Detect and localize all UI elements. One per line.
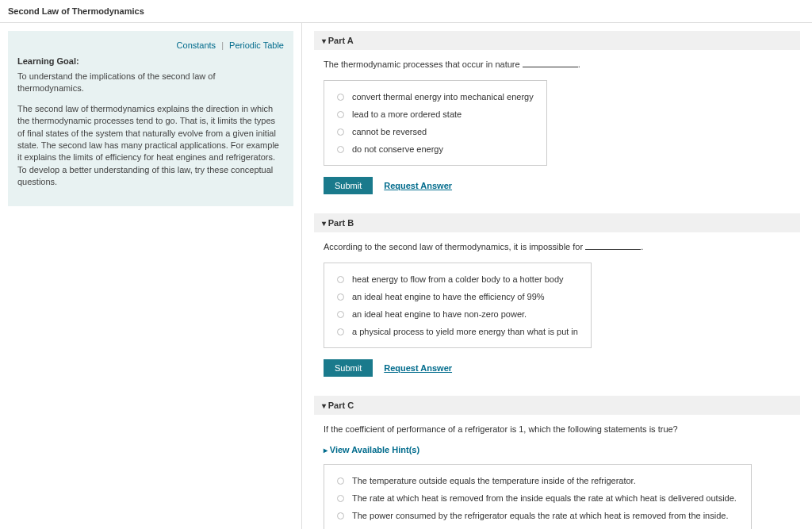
main-layout: Constants | Periodic Table Learning Goal… [0,23,812,529]
option-row[interactable]: a physical process to yield more energy … [337,327,578,336]
learning-goal-panel: Constants | Periodic Table Learning Goal… [8,31,293,206]
constants-link[interactable]: Constants [177,40,216,50]
option-row[interactable]: convert thermal energy into mechanical e… [337,92,534,102]
option-row[interactable]: lead to a more ordered state [337,109,534,119]
actions-row: SubmitRequest Answer [324,177,791,194]
option-label: The temperature outside equals the tempe… [352,476,636,485]
question-text: According to the second law of thermodyn… [324,242,800,251]
part-block: Part AThe thermodynamic processes that o… [314,31,800,194]
submit-button[interactable]: Submit [324,177,373,194]
option-label: heat energy to flow from a colder body t… [352,274,564,284]
option-label: The power consumed by the refrigerator e… [352,511,728,520]
radio-icon[interactable] [337,293,344,301]
radio-icon[interactable] [337,111,344,118]
radio-icon[interactable] [337,512,344,519]
part-header[interactable]: Part C [314,396,800,415]
learning-goal-description: The second law of thermodynamics explain… [17,103,284,189]
option-row[interactable]: do not conserve energy [337,144,534,154]
options-box: heat energy to flow from a colder body t… [324,263,592,348]
radio-icon[interactable] [337,311,344,318]
radio-icon[interactable] [337,146,344,153]
radio-icon[interactable] [337,477,344,485]
option-label: an ideal heat engine to have non-zero po… [352,309,527,319]
part-header[interactable]: Part A [314,31,800,50]
request-answer-link[interactable]: Request Answer [384,363,452,373]
actions-row: SubmitRequest Answer [324,359,791,377]
view-hints-link[interactable]: View Available Hint(s) [324,445,791,454]
right-column: Part AThe thermodynamic processes that o… [301,23,812,529]
option-row[interactable]: The rate at which heat is removed from t… [337,493,738,503]
radio-icon[interactable] [337,328,344,335]
page-title: Second Law of Thermodynamics [0,0,812,23]
request-answer-link[interactable]: Request Answer [384,181,452,190]
option-label: a physical process to yield more energy … [352,327,578,336]
radio-icon[interactable] [337,94,344,101]
part-header[interactable]: Part B [314,213,800,232]
options-box: convert thermal energy into mechanical e… [324,80,547,166]
part-block: Part BAccording to the second law of the… [314,213,800,377]
left-column: Constants | Periodic Table Learning Goal… [0,23,301,529]
question-text: If the coefficient of performance of a r… [324,424,800,434]
option-row[interactable]: an ideal heat engine to have non-zero po… [337,309,578,319]
link-separator: | [221,40,224,50]
option-label: cannot be reversed [352,127,427,136]
radio-icon[interactable] [337,276,344,283]
option-row[interactable]: heat energy to flow from a colder body t… [337,274,578,284]
learning-goal-heading: Learning Goal: [17,56,284,66]
blank [523,67,578,67]
options-box: The temperature outside equals the tempe… [324,464,752,529]
option-row[interactable]: The power consumed by the refrigerator e… [337,511,738,520]
question-text: The thermodynamic processes that occur i… [324,59,800,69]
option-label: convert thermal energy into mechanical e… [352,92,534,102]
option-row[interactable]: an ideal heat engine to have the efficie… [337,292,578,301]
blank [585,249,641,250]
option-label: an ideal heat engine to have the efficie… [352,292,545,301]
submit-button[interactable]: Submit [324,359,373,377]
learning-goal-text: To understand the implications of the se… [17,71,284,95]
option-row[interactable]: cannot be reversed [337,127,534,136]
radio-icon[interactable] [337,128,344,136]
option-label: lead to a more ordered state [352,109,462,119]
option-label: do not conserve energy [352,144,443,154]
part-block: Part CIf the coefficient of performance … [314,396,800,529]
radio-icon[interactable] [337,495,344,502]
periodic-table-link[interactable]: Periodic Table [229,40,284,50]
option-label: The rate at which heat is removed from t… [352,493,737,503]
info-links: Constants | Periodic Table [17,40,284,50]
option-row[interactable]: The temperature outside equals the tempe… [337,476,738,485]
